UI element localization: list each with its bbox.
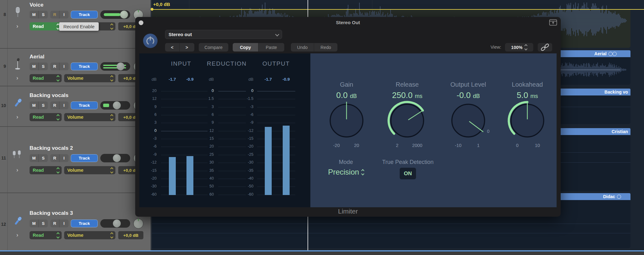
track-level-meter[interactable] (100, 101, 130, 110)
track-level-meter[interactable] (100, 219, 130, 228)
input-monitor-button[interactable]: I (59, 101, 69, 109)
meter-unit-label: dB (239, 77, 253, 82)
solo-button[interactable]: S (39, 220, 48, 227)
paste-button[interactable]: Paste (258, 43, 284, 52)
input-monitor-button[interactable]: I (59, 11, 69, 19)
mute-button[interactable]: M (30, 62, 39, 70)
track-number: 8 (0, 12, 6, 17)
record-enable-button[interactable]: R (50, 154, 59, 162)
handheld-mic-icon (12, 97, 23, 110)
pan-knob[interactable] (133, 219, 143, 229)
release-knob[interactable] (382, 95, 432, 146)
compare-button[interactable]: Compare (199, 43, 228, 52)
track-level-meter[interactable] (100, 62, 130, 71)
mute-button[interactable]: M (30, 101, 39, 109)
meter-knob[interactable] (120, 11, 128, 19)
disclosure-arrow[interactable]: › (16, 23, 18, 30)
meter-scale-label: 20 (199, 144, 214, 149)
automation-mode-dropdown[interactable]: Read (30, 231, 62, 239)
automation-mode-dropdown[interactable]: Read (30, 113, 62, 121)
meter-peak-value: -1.7 (264, 77, 272, 82)
meter-scale-label: 12 (142, 96, 157, 101)
track-number: 12 (0, 222, 6, 227)
view-label: View: (482, 45, 501, 50)
undo-button[interactable]: Undo (291, 43, 314, 52)
meter-knob[interactable] (113, 154, 121, 162)
track-level-meter[interactable] (100, 10, 130, 19)
meter-knob[interactable] (113, 220, 121, 227)
disclosure-arrow[interactable]: › (16, 166, 18, 173)
automation-param-dropdown[interactable]: Volume (64, 113, 115, 121)
automation-mode-dropdown[interactable]: Read (30, 166, 62, 174)
automation-value-box[interactable]: +0,0 dB (118, 231, 143, 239)
meter-scale-label: -30 (239, 160, 253, 165)
solo-button[interactable]: S (39, 101, 48, 109)
solo-button[interactable]: S (39, 11, 48, 19)
track-number: 10 (0, 103, 6, 108)
record-input-group: R I (50, 11, 69, 19)
previous-preset-button[interactable]: < (165, 43, 180, 52)
knob-max-label: 1 (467, 143, 489, 148)
solo-button[interactable]: S (39, 154, 48, 162)
stepper-icon (111, 24, 113, 29)
preset-dropdown[interactable]: Stereo out (165, 30, 282, 39)
mute-button[interactable]: M (30, 220, 39, 227)
automation-mode-value: Read (33, 168, 44, 173)
link-button[interactable] (538, 43, 552, 52)
record-enable-button[interactable]: R (50, 62, 59, 70)
input-monitor-button[interactable]: I (59, 62, 69, 70)
copy-button[interactable]: Copy (233, 43, 258, 52)
meter-scale-label: -9 (142, 152, 157, 157)
view-zoom-stepper[interactable]: 100% (505, 43, 533, 52)
region-name: Aerial (594, 51, 607, 56)
disclosure-arrow[interactable]: › (16, 74, 18, 81)
disclosure-arrow[interactable]: › (16, 231, 18, 238)
output-level-knob[interactable]: 0 (443, 95, 493, 146)
mode-dropdown[interactable]: Precision (328, 168, 364, 176)
mute-button[interactable]: M (30, 11, 39, 19)
automation-mode-dropdown[interactable]: Read (30, 74, 62, 82)
automation-param-dropdown[interactable]: Volume (64, 74, 115, 82)
automation-line[interactable] (152, 9, 644, 10)
track-on-button[interactable]: Track (71, 11, 98, 19)
track-on-button[interactable]: Track (71, 62, 98, 70)
redo-button[interactable]: Redo (314, 43, 337, 52)
meter-knob[interactable] (117, 62, 125, 70)
record-enable-button[interactable]: R (50, 101, 59, 109)
lookahead-knob[interactable] (502, 95, 552, 146)
automation-param-dropdown[interactable]: Volume (64, 166, 115, 174)
preset-name: Stereo out (169, 32, 192, 37)
mute-button[interactable]: M (30, 154, 39, 162)
track-on-button[interactable]: Track (71, 101, 98, 109)
track-on-button[interactable]: Track (71, 154, 98, 162)
automation-mode-value: Read (33, 115, 44, 120)
track-divider (0, 48, 151, 49)
meter-title: OUTPUT (262, 60, 290, 67)
dual-condenser-mic-icon (12, 150, 23, 162)
input-monitor-button[interactable]: I (59, 220, 69, 227)
plugin-ui-body: INPUTdB-1.7-0.920129630-3-6-9-12-15-20-3… (139, 53, 557, 207)
open-in-window-icon[interactable] (549, 19, 557, 26)
automation-param-value: Volume (67, 168, 83, 173)
gain-knob[interactable] (321, 95, 372, 146)
plugin-power-button[interactable] (143, 34, 158, 48)
automation-point[interactable] (151, 8, 153, 11)
solo-button[interactable]: S (39, 62, 48, 70)
disclosure-arrow[interactable]: › (16, 113, 18, 120)
record-enable-button[interactable]: R (50, 220, 59, 227)
meter-grid-line (257, 123, 295, 123)
meter-grid-line (257, 107, 295, 107)
record-enable-button[interactable]: R (50, 11, 59, 19)
true-peak-on-button[interactable]: ON (400, 168, 416, 179)
meter-scale-label: 15 (199, 136, 214, 141)
meter-level-bar (265, 127, 272, 195)
input-monitor-button[interactable]: I (59, 154, 69, 162)
next-preset-button[interactable]: > (180, 43, 194, 52)
automation-mode-dropdown[interactable]: Read (30, 22, 62, 30)
knob-min-label: -10 (447, 143, 469, 148)
automation-param-dropdown[interactable]: Volume (64, 231, 115, 239)
meter-knob[interactable] (113, 101, 121, 109)
track-level-meter[interactable] (100, 154, 130, 162)
track-on-button[interactable]: Track (71, 220, 98, 227)
record-input-group: R I (50, 154, 69, 162)
